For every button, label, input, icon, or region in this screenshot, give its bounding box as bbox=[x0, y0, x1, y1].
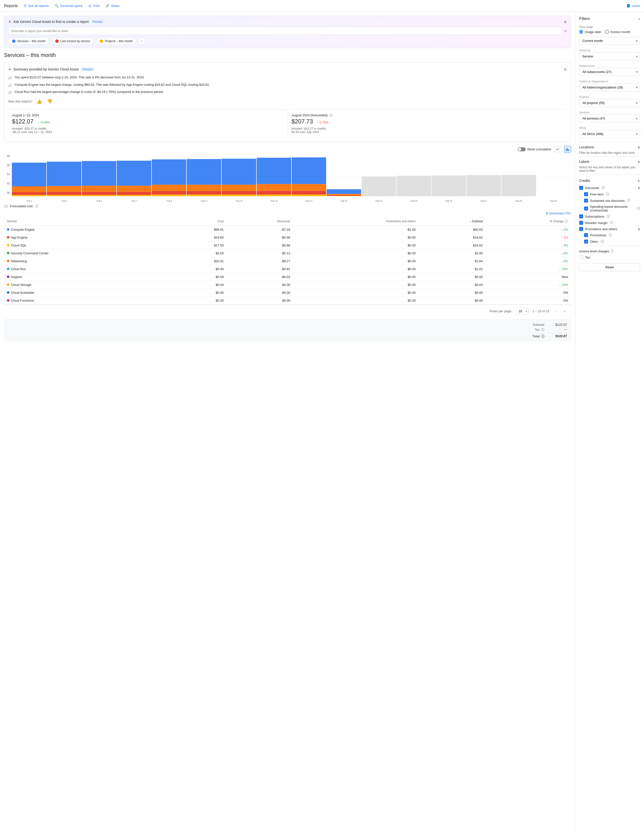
learn-link[interactable]: 📘 Learn bbox=[626, 4, 640, 8]
generate-query-link[interactable]: 🔍 Generate query bbox=[55, 4, 82, 8]
promotions-checkbox-item[interactable]: Promotions ⓘ bbox=[584, 233, 640, 237]
credits-collapsible-header[interactable]: Credits ∧ bbox=[579, 178, 640, 183]
group-by-select[interactable]: Service Project SKU bbox=[579, 52, 640, 60]
promotions-others-checkbox-item[interactable]: Promotions and others ∧ bbox=[579, 227, 640, 231]
current-sub: includes -$24.37 in credits bbox=[12, 127, 283, 130]
invoice-month-radio[interactable] bbox=[605, 30, 609, 34]
chip-services-month[interactable]: Services – this month bbox=[8, 37, 49, 45]
promotions-checkbox[interactable] bbox=[584, 233, 588, 237]
promotions-cell: $0.00 bbox=[293, 257, 419, 265]
spending-based-checkbox-item[interactable]: Spending based discounts (contractual) ⓘ bbox=[584, 205, 640, 212]
labels-collapsible[interactable]: Labels ∨ bbox=[579, 156, 640, 165]
sustained-use-checkbox-item[interactable]: Sustained use discounts ⓘ bbox=[584, 198, 640, 203]
promotions-cell: $0.00 bbox=[293, 273, 419, 281]
thumbs-up-button[interactable]: 👍 bbox=[35, 98, 43, 105]
reseller-margin-checkbox[interactable] bbox=[579, 221, 583, 225]
other-help-icon[interactable]: ⓘ bbox=[601, 239, 604, 244]
summary-collapse-icon[interactable]: ∧ bbox=[564, 66, 567, 72]
cumulative-switch[interactable] bbox=[518, 147, 526, 151]
free-tiers-checkbox-item[interactable]: Free tiers ⓘ bbox=[584, 192, 640, 196]
subaccounts-select-wrapper: All subaccounts (27) bbox=[579, 68, 640, 76]
cost-cell: $0.59 bbox=[171, 273, 227, 281]
current-month-select[interactable]: Current month bbox=[579, 37, 640, 45]
gemini-search-input[interactable] bbox=[8, 27, 562, 35]
summary-item-1: 📈 You spent $122.07 between Aug 1-19, 20… bbox=[8, 75, 567, 80]
chip-projects-month[interactable]: Projects – this month bbox=[96, 37, 136, 45]
gemini-collapse-icon[interactable]: ∧ bbox=[564, 19, 567, 24]
tax-checkbox[interactable] bbox=[579, 255, 583, 259]
pagination-range: 1 – 10 of 15 bbox=[532, 309, 549, 313]
reset-button[interactable]: Reset bbox=[579, 263, 640, 271]
subscriptions-checkbox-item[interactable]: Subscriptions ⓘ bbox=[579, 214, 640, 219]
projects-select[interactable]: All projects (55) bbox=[579, 99, 640, 107]
other-checkbox-item[interactable]: Other ⓘ bbox=[584, 239, 640, 244]
chip-last-invoice[interactable]: Last invoice by service bbox=[51, 37, 94, 45]
tax-help-icon[interactable]: ⓘ bbox=[541, 328, 544, 332]
promotions-others-checkbox[interactable] bbox=[579, 227, 583, 231]
x-axis-label: Aug 25 bbox=[431, 199, 466, 202]
x-axis-label: Aug 1 bbox=[12, 199, 47, 202]
projects-select-wrapper: All projects (55) bbox=[579, 99, 640, 107]
free-tiers-checkbox[interactable] bbox=[584, 192, 588, 196]
spending-based-checkbox[interactable] bbox=[584, 206, 588, 211]
forecasted-legend-help-icon[interactable]: ⓘ bbox=[35, 204, 39, 209]
discounts-checkbox[interactable] bbox=[579, 186, 583, 190]
svg-rect-16 bbox=[47, 192, 81, 195]
spending-based-help-icon[interactable]: ⓘ bbox=[637, 206, 640, 211]
next-page-button[interactable]: › bbox=[561, 308, 568, 315]
line-chart-button[interactable] bbox=[554, 146, 561, 153]
share-link[interactable]: 🔗 Share bbox=[106, 4, 119, 8]
x-axis-label: Aug 5 bbox=[82, 199, 117, 202]
sustained-use-checkbox[interactable] bbox=[584, 199, 588, 203]
sustained-use-help-icon[interactable]: ⓘ bbox=[627, 198, 630, 203]
subscriptions-checkbox[interactable] bbox=[579, 214, 583, 218]
folders-select[interactable]: All folders/organizations (28) bbox=[579, 83, 640, 92]
nav-title: Reports bbox=[4, 4, 18, 8]
thumbs-down-button[interactable]: 👎 bbox=[46, 98, 53, 105]
usage-date-radio[interactable] bbox=[579, 30, 583, 34]
svg-rect-44 bbox=[292, 191, 326, 195]
show-cumulative-toggle[interactable]: Show cumulative bbox=[518, 147, 551, 151]
reseller-margin-checkbox-item[interactable]: Reseller margin ⓘ bbox=[579, 220, 640, 225]
prev-page-button[interactable]: ‹ bbox=[553, 308, 560, 315]
print-link[interactable]: 🖨 Print bbox=[88, 4, 100, 8]
discounts-cell: $0.00 bbox=[227, 289, 293, 296]
forecasted-help-icon[interactable]: ⓘ bbox=[329, 113, 333, 118]
subaccounts-select[interactable]: All subaccounts (27) bbox=[579, 68, 640, 76]
locations-expand-icon: ∨ bbox=[638, 145, 640, 149]
service-name: Support bbox=[11, 275, 22, 279]
svg-rect-36 bbox=[222, 191, 256, 195]
usage-date-option[interactable]: Usage date bbox=[579, 30, 601, 34]
filter-subaccounts: Subaccounts All subaccounts (27) bbox=[579, 64, 640, 76]
svg-point-0 bbox=[12, 39, 16, 43]
invoice-charges-help-icon[interactable]: ⓘ bbox=[610, 249, 614, 253]
change-help-icon[interactable]: ⓘ bbox=[565, 219, 568, 223]
discounts-checkbox-item[interactable]: Discounts ⓘ ∧ bbox=[579, 186, 640, 190]
locations-collapsible[interactable]: Locations ∨ bbox=[579, 142, 640, 150]
discounts-help-icon[interactable]: ⓘ bbox=[602, 186, 605, 190]
services-select[interactable]: All services (47) bbox=[579, 114, 640, 122]
reseller-margin-help-icon[interactable]: ⓘ bbox=[610, 220, 613, 225]
rows-per-page-select[interactable]: 10 25 50 bbox=[516, 308, 528, 315]
invoice-month-option[interactable]: Invoice month bbox=[605, 30, 630, 34]
see-all-reports-link[interactable]: ☰ See all reports bbox=[24, 4, 49, 8]
download-csv-link[interactable]: ⬇ Download CSV bbox=[546, 211, 571, 215]
free-tiers-help-icon[interactable]: ⓘ bbox=[606, 192, 609, 196]
chips-next-arrow[interactable]: › bbox=[138, 37, 145, 44]
other-checkbox[interactable] bbox=[584, 240, 588, 243]
top-nav: Reports ☰ See all reports 🔍 Generate que… bbox=[0, 0, 644, 12]
skus-select[interactable]: All SKUs (408) bbox=[579, 130, 640, 138]
promotions-expand-icon[interactable]: ∧ bbox=[638, 227, 640, 231]
subscriptions-help-icon[interactable]: ⓘ bbox=[607, 214, 610, 219]
tax-checkbox-item[interactable]: Tax bbox=[579, 255, 640, 259]
col-subtotal[interactable]: ↓ Subtotal bbox=[419, 217, 486, 226]
total-help-icon[interactable]: ⓘ bbox=[541, 334, 544, 339]
bar-chart-button[interactable] bbox=[564, 146, 571, 153]
discounts-expand-icon[interactable]: ∧ bbox=[638, 186, 640, 190]
credits-items: Discounts ⓘ ∧ Free tiers ⓘ Sustained use… bbox=[579, 186, 640, 244]
promotions-help-icon[interactable]: ⓘ bbox=[609, 233, 612, 237]
change-cell: 0% bbox=[486, 296, 571, 304]
sort-down-icon: ↓ bbox=[470, 220, 471, 223]
promotions-cell: $0.00 bbox=[293, 233, 419, 241]
filters-expand-icon[interactable]: › bbox=[638, 16, 640, 21]
